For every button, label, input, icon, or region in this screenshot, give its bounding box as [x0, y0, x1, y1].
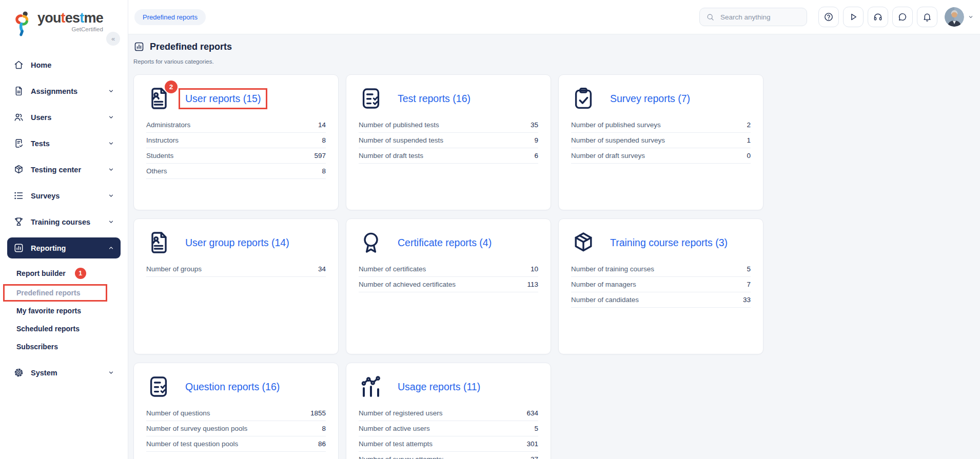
card-title-link[interactable]: Training course reports (3) — [610, 237, 728, 249]
report-card-user-reports-15: 2User reports (15)Administrators14Instru… — [133, 74, 339, 210]
card-header: 2User reports (15) — [146, 86, 326, 111]
chevron-down-icon — [108, 88, 114, 94]
sidebar-item-training-courses[interactable]: Training courses — [7, 211, 121, 232]
trophy-icon — [13, 216, 24, 227]
sidebar-item-users[interactable]: Users — [7, 107, 121, 128]
search-input[interactable] — [719, 13, 800, 22]
stat-value: 6 — [534, 152, 538, 159]
stat-row: Number of groups34 — [146, 262, 326, 277]
reports-chart-icon — [133, 41, 145, 52]
bar-chart-icon — [13, 243, 24, 253]
headphones-button[interactable] — [868, 7, 888, 27]
card-title-link[interactable]: Certificate reports (4) — [398, 237, 492, 249]
main-content: Predefined reports Reports for various c… — [128, 34, 980, 459]
help-icon — [824, 12, 834, 22]
sidebar-item-label: Reporting — [31, 244, 66, 252]
sidebar-item-home[interactable]: Home — [7, 54, 121, 75]
search-box[interactable] — [699, 8, 807, 26]
certificate-ribbon-icon — [359, 230, 383, 255]
stat-rows: Number of published surveys2Number of su… — [571, 117, 751, 164]
sidebar-subitem-predefined-reports[interactable]: Predefined reports — [7, 285, 121, 301]
stat-value: 35 — [531, 121, 538, 129]
chevron-down-icon — [108, 114, 114, 121]
card-title-link[interactable]: Test reports (16) — [398, 93, 471, 105]
bell-icon — [922, 12, 932, 22]
card-header: Question reports (16) — [146, 374, 326, 399]
page-subtitle: Reports for various categories. — [133, 58, 980, 65]
reports-grid: 2User reports (15)Administrators14Instru… — [133, 74, 980, 459]
logo-tagline: GetCertified — [37, 26, 103, 32]
stat-rows: Number of questions1855Number of survey … — [146, 406, 326, 452]
app-window: youtestme GetCertified « HomeAssignments… — [0, 0, 980, 459]
page-header: Predefined reports — [133, 41, 980, 52]
stat-value: 5 — [747, 265, 751, 273]
card-title-link[interactable]: Survey reports (7) — [610, 93, 690, 105]
stat-label: Students — [146, 152, 173, 159]
sidebar-item-label: Training courses — [31, 218, 90, 226]
stat-label: Number of candidates — [571, 296, 639, 304]
sidebar-subitem-label: My favorite reports — [16, 307, 81, 315]
stat-row: Instructors8 — [146, 133, 326, 148]
play-button[interactable] — [843, 7, 864, 27]
search-icon — [706, 13, 715, 22]
card-title-link[interactable]: Question reports (16) — [185, 381, 280, 393]
sidebar-subitem-scheduled-reports[interactable]: Scheduled reports — [7, 321, 121, 337]
checklist-document-icon — [146, 374, 171, 399]
play-icon — [848, 12, 858, 22]
usage-chart-icon — [359, 374, 383, 399]
card-header: Usage reports (11) — [359, 374, 538, 399]
card-title-link[interactable]: User group reports (14) — [185, 237, 289, 249]
stat-value: 597 — [314, 152, 326, 159]
user-menu-chevron-down-icon[interactable] — [968, 14, 974, 20]
sidebar-item-testing-center[interactable]: Testing center — [7, 159, 121, 180]
stat-value: 7 — [747, 281, 751, 288]
sidebar-item-surveys[interactable]: Surveys — [7, 185, 121, 206]
stat-value: 0 — [747, 152, 751, 159]
stat-value: 33 — [743, 296, 751, 304]
stat-rows: Number of registered users634Number of a… — [359, 406, 538, 459]
sidebar-collapse-button[interactable]: « — [106, 32, 120, 46]
topbar: Predefined reports — [128, 0, 980, 34]
card-header: Training course reports (3) — [571, 230, 751, 255]
page-title: Predefined reports — [150, 42, 232, 52]
card-title-link[interactable]: Usage reports (11) — [398, 381, 480, 393]
sidebar-item-label: Testing center — [31, 166, 81, 174]
stat-row: Administrators14 — [146, 117, 326, 133]
stat-label: Number of suspended surveys — [571, 136, 665, 144]
help-button[interactable] — [818, 7, 839, 27]
stat-label: Number of test attempts — [359, 440, 433, 448]
sidebar-item-system[interactable]: System — [7, 362, 121, 383]
sidebar-subitem-subscribers[interactable]: Subscribers — [7, 338, 121, 355]
chat-button[interactable] — [892, 7, 913, 27]
stat-label: Number of published surveys — [571, 121, 661, 129]
chat-icon — [897, 12, 908, 22]
stat-row: Number of achieved certificates113 — [359, 277, 538, 292]
sidebar-item-label: Assignments — [31, 87, 77, 95]
stat-row: Number of survey question pools8 — [146, 421, 326, 436]
card-title-link[interactable]: User reports (15) — [179, 88, 267, 109]
topbar-actions — [818, 7, 937, 27]
sidebar-subitem-report-builder[interactable]: Report builder1 — [7, 264, 121, 283]
stat-label: Instructors — [146, 136, 179, 144]
stat-label: Number of groups — [146, 265, 202, 273]
stat-label: Number of active users — [359, 425, 430, 432]
gear-icon — [13, 367, 24, 378]
sidebar-item-assignments[interactable]: Assignments — [7, 81, 121, 102]
report-card-training-course-reports-3: Training course reports (3)Number of tra… — [558, 218, 763, 354]
chevron-down-icon — [108, 192, 114, 199]
breadcrumb[interactable]: Predefined reports — [134, 9, 206, 25]
report-card-usage-reports-11: Usage reports (11)Number of registered u… — [346, 363, 551, 459]
stat-value: 1 — [747, 136, 751, 144]
stat-value: 37 — [531, 455, 538, 459]
headphones-icon — [873, 12, 883, 22]
report-card-test-reports-16: Test reports (16)Number of published tes… — [346, 74, 551, 210]
sidebar-nav: HomeAssignmentsUsersTestsTesting centerS… — [0, 54, 128, 383]
sidebar-item-tests[interactable]: Tests — [7, 133, 121, 154]
bell-button[interactable] — [917, 7, 937, 27]
home-icon — [13, 59, 24, 70]
stat-row: Students597 — [146, 148, 326, 164]
avatar[interactable] — [945, 7, 964, 27]
sidebar-subitem-my-favorite-reports[interactable]: My favorite reports — [7, 303, 121, 319]
sidebar-item-reporting[interactable]: Reporting — [7, 237, 121, 258]
sidebar-subitem-label: Report builder — [16, 269, 66, 277]
